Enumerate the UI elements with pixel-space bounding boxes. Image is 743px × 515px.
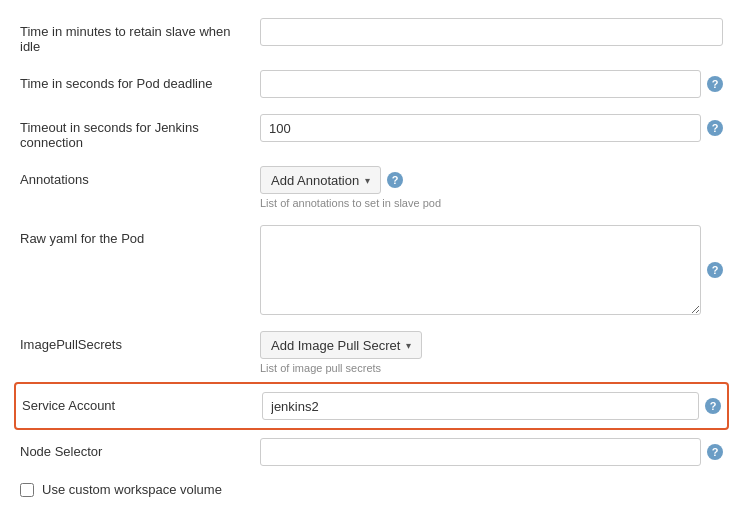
label-retain-slave: Time in minutes to retain slave when idl… <box>20 18 260 54</box>
input-row-pod-deadline: ? <box>260 70 723 98</box>
input-col-service-account: ? <box>262 392 721 420</box>
add-image-pull-secret-button[interactable]: Add Image Pull Secret ▾ <box>260 331 422 359</box>
node-selector-help-icon[interactable]: ? <box>707 444 723 460</box>
input-col-retain-slave <box>260 18 723 46</box>
raw-yaml-help-icon[interactable]: ? <box>707 262 723 278</box>
add-image-pull-secret-label: Add Image Pull Secret <box>271 338 400 353</box>
form-row-service-account: Service Account ? <box>14 382 729 430</box>
pod-deadline-help-icon[interactable]: ? <box>707 76 723 92</box>
label-raw-yaml: Raw yaml for the Pod <box>20 225 260 246</box>
form-row-custom-workspace: Use custom workspace volume <box>20 474 723 505</box>
pod-deadline-input[interactable] <box>260 70 701 98</box>
form-row-raw-yaml: Raw yaml for the Pod ? <box>20 217 723 323</box>
image-pull-secrets-sub-label: List of image pull secrets <box>260 362 723 374</box>
label-image-pull-secrets: ImagePullSecrets <box>20 331 260 352</box>
form-row-retain-slave: Time in minutes to retain slave when idl… <box>20 10 723 62</box>
input-row-image-pull-secrets: Add Image Pull Secret ▾ <box>260 331 723 359</box>
annotation-caret-icon: ▾ <box>365 175 370 186</box>
annotations-help-icon[interactable]: ? <box>387 172 403 188</box>
retain-slave-input[interactable] <box>260 18 723 46</box>
input-col-jenkins-timeout: ? <box>260 114 723 142</box>
input-row-jenkins-timeout: ? <box>260 114 723 142</box>
add-annotation-label: Add Annotation <box>271 173 359 188</box>
label-jenkins-timeout: Timeout in seconds for Jenkins connectio… <box>20 114 260 150</box>
service-account-input[interactable] <box>262 392 699 420</box>
label-node-selector: Node Selector <box>20 438 260 459</box>
label-service-account: Service Account <box>22 392 262 413</box>
form-row-node-selector: Node Selector ? <box>20 430 723 474</box>
input-col-node-selector: ? <box>260 438 723 466</box>
raw-yaml-textarea[interactable] <box>260 225 701 315</box>
service-account-help-icon[interactable]: ? <box>705 398 721 414</box>
form-row-image-pull-secrets: ImagePullSecrets Add Image Pull Secret ▾… <box>20 323 723 382</box>
label-pod-deadline: Time in seconds for Pod deadline <box>20 70 260 91</box>
node-selector-input[interactable] <box>260 438 701 466</box>
input-row-node-selector: ? <box>260 438 723 466</box>
input-row-annotations: Add Annotation ▾ ? <box>260 166 723 194</box>
label-annotations: Annotations <box>20 166 260 187</box>
input-row-retain-slave <box>260 18 723 46</box>
jenkins-timeout-input[interactable] <box>260 114 701 142</box>
input-col-pod-deadline: ? <box>260 70 723 98</box>
form-row-pod-deadline: Time in seconds for Pod deadline ? <box>20 62 723 106</box>
input-col-image-pull-secrets: Add Image Pull Secret ▾ List of image pu… <box>260 331 723 374</box>
input-col-annotations: Add Annotation ▾ ? List of annotations t… <box>260 166 723 209</box>
jenkins-timeout-help-icon[interactable]: ? <box>707 120 723 136</box>
input-row-service-account: ? <box>262 392 721 420</box>
add-annotation-button[interactable]: Add Annotation ▾ <box>260 166 381 194</box>
custom-workspace-checkbox[interactable] <box>20 483 34 497</box>
input-row-raw-yaml: ? <box>260 225 723 315</box>
custom-workspace-label: Use custom workspace volume <box>42 482 222 497</box>
annotations-sub-label: List of annotations to set in slave pod <box>260 197 723 209</box>
input-col-raw-yaml: ? <box>260 225 723 315</box>
image-pull-secret-caret-icon: ▾ <box>406 340 411 351</box>
form-row-annotations: Annotations Add Annotation ▾ ? List of a… <box>20 158 723 217</box>
form-row-jenkins-timeout: Timeout in seconds for Jenkins connectio… <box>20 106 723 158</box>
